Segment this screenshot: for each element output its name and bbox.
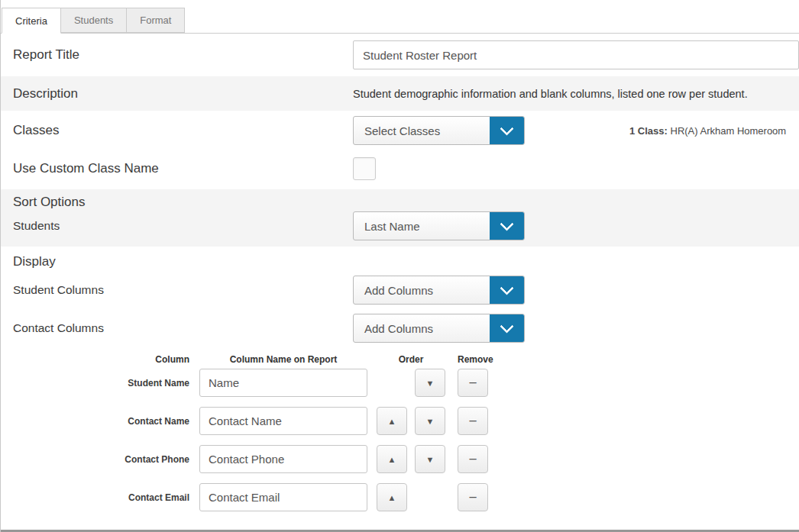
minus-icon: − [468, 376, 477, 390]
table-row: Contact Phone ▲ ▼ − [1, 445, 799, 473]
selected-classes-names: HR(A) Arkham Homeroom [668, 125, 786, 137]
chevron-down-icon [500, 319, 513, 333]
student-columns-row: Student Columns Add Columns [1, 276, 799, 305]
contact-columns-dropdown[interactable]: Add Columns [353, 314, 525, 343]
report-title-row: Report Title [1, 34, 799, 76]
selected-classes-summary: 1 Class: HR(A) Arkham Homeroom [629, 125, 786, 137]
down-arrow-icon: ▼ [426, 379, 435, 388]
table-row: Student Name ▼ − [1, 369, 799, 397]
row-column-label: Contact Phone [1, 454, 192, 465]
report-title-label: Report Title [1, 47, 353, 63]
report-criteria-page: Criteria Students Format Report Title De… [0, 0, 799, 532]
move-down-button[interactable]: ▼ [415, 445, 445, 473]
order-header: Order [377, 354, 445, 365]
column-header: Column [1, 354, 192, 365]
selected-classes-count: 1 Class: [629, 125, 668, 137]
column-name-input[interactable] [199, 445, 367, 473]
column-name-input[interactable] [199, 407, 367, 435]
description-row: Description Student demographic informat… [1, 76, 799, 111]
custom-class-name-row: Use Custom Class Name [1, 150, 799, 187]
sort-options-heading: Sort Options [1, 192, 799, 211]
description-text: Student demographic information and blan… [353, 88, 799, 100]
sort-options-section: Sort Options Students Last Name [1, 189, 799, 247]
sort-students-row: Students Last Name [1, 211, 799, 240]
remove-button[interactable]: − [458, 407, 488, 435]
custom-class-name-label: Use Custom Class Name [1, 161, 353, 176]
select-classes-dropdown-button[interactable] [490, 117, 524, 144]
column-name-on-report-header: Column Name on Report [199, 354, 367, 365]
chevron-down-icon [500, 121, 513, 135]
tab-bar: Criteria Students Format [1, 0, 799, 34]
columns-table-header: Column Column Name on Report Order Remov… [1, 350, 799, 369]
move-down-button[interactable]: ▼ [415, 407, 445, 435]
down-arrow-icon: ▼ [426, 417, 435, 426]
chevron-down-icon [500, 281, 513, 295]
display-section: Display Student Columns Add Columns Cont… [1, 247, 799, 511]
tab-criteria[interactable]: Criteria [2, 8, 61, 34]
up-arrow-icon: ▲ [388, 455, 396, 464]
description-label: Description [1, 86, 353, 102]
student-columns-dropdown-label: Add Columns [354, 276, 490, 304]
move-up-button[interactable]: ▲ [377, 445, 407, 473]
remove-button[interactable]: − [458, 369, 488, 397]
table-row: Contact Email ▲ − [1, 483, 799, 511]
sort-students-dropdown[interactable]: Last Name [353, 211, 525, 240]
remove-button[interactable]: − [458, 483, 488, 511]
tab-format[interactable]: Format [127, 8, 185, 33]
classes-row: Classes Select Classes 1 Class: HR(A) Ar… [1, 111, 799, 150]
row-column-label: Contact Name [1, 416, 192, 427]
remove-button[interactable]: − [458, 445, 488, 473]
classes-label: Classes [1, 123, 353, 138]
column-name-input[interactable] [199, 483, 367, 511]
up-arrow-icon: ▲ [388, 493, 396, 502]
contact-columns-label: Contact Columns [1, 321, 353, 335]
row-column-label: Student Name [1, 378, 192, 389]
move-up-button[interactable]: ▲ [377, 407, 407, 435]
minus-icon: − [468, 490, 477, 505]
row-column-label: Contact Email [1, 492, 192, 503]
minus-icon: − [468, 452, 477, 466]
table-row: Contact Name ▲ ▼ − [1, 407, 799, 435]
up-arrow-icon: ▲ [388, 417, 396, 426]
remove-header: Remove [458, 354, 488, 365]
column-name-input[interactable] [199, 369, 367, 397]
contact-columns-dropdown-button[interactable] [490, 314, 524, 342]
sort-students-dropdown-label: Last Name [354, 212, 490, 240]
student-columns-dropdown[interactable]: Add Columns [353, 276, 525, 305]
tab-students[interactable]: Students [61, 8, 127, 33]
student-columns-label: Student Columns [1, 283, 353, 297]
minus-icon: − [468, 414, 477, 428]
chevron-down-icon [500, 217, 513, 231]
select-classes-dropdown[interactable]: Select Classes [353, 116, 525, 145]
contact-columns-row: Contact Columns Add Columns [1, 314, 799, 343]
move-down-button[interactable]: ▼ [415, 369, 445, 397]
select-classes-dropdown-label: Select Classes [354, 117, 490, 144]
sort-students-dropdown-button[interactable] [490, 212, 524, 240]
down-arrow-icon: ▼ [426, 455, 435, 464]
contact-columns-dropdown-label: Add Columns [354, 314, 490, 342]
display-heading: Display [1, 247, 799, 274]
student-columns-dropdown-button[interactable] [490, 276, 524, 304]
report-title-input[interactable] [353, 40, 799, 69]
sort-students-label: Students [1, 219, 353, 233]
custom-class-name-checkbox[interactable] [353, 157, 376, 180]
move-up-button[interactable]: ▲ [377, 483, 407, 511]
